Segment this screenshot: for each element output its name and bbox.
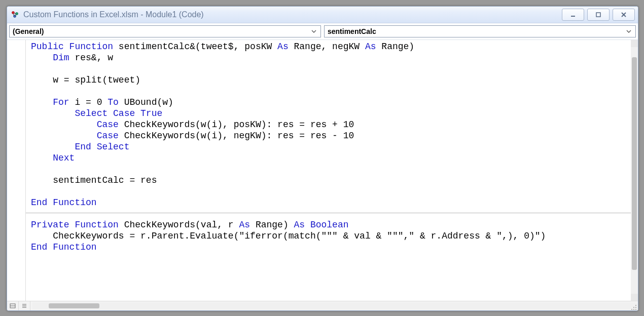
code-pane-dropdowns: (General) sentimentCalc — [7, 23, 638, 40]
scroll-up-button[interactable] — [631, 40, 638, 47]
svg-rect-4 — [596, 13, 600, 17]
window-titlebar[interactable]: Custom Functions in Excel.xlsm - Module1… — [7, 7, 638, 23]
close-button[interactable] — [613, 9, 635, 21]
procedure-dropdown-label: sentimentCalc — [328, 27, 624, 35]
margin-indicator-bar[interactable] — [7, 40, 26, 301]
full-module-view-button[interactable] — [19, 301, 30, 310]
svg-point-14 — [633, 307, 634, 308]
svg-point-16 — [633, 309, 634, 310]
scroll-down-button[interactable] — [631, 294, 638, 301]
scroll-track[interactable] — [631, 47, 638, 294]
maximize-button[interactable] — [587, 9, 610, 21]
vba-code-window: Custom Functions in Excel.xlsm - Module1… — [7, 6, 638, 311]
chevron-down-icon — [624, 27, 633, 36]
window-controls — [562, 9, 635, 21]
minimize-button[interactable] — [562, 9, 584, 21]
scroll-thumb[interactable] — [632, 57, 637, 270]
procedure-separator — [26, 213, 631, 213]
object-dropdown-label: (General) — [13, 27, 309, 35]
procedure-view-button[interactable] — [7, 301, 19, 310]
resize-grip-icon[interactable] — [631, 303, 637, 309]
code-pane-footer — [7, 301, 638, 310]
svg-point-17 — [631, 309, 632, 310]
object-dropdown[interactable]: (General) — [9, 25, 321, 37]
procedure-dropdown[interactable]: sentimentCalc — [324, 25, 636, 37]
horizontal-scroll-thumb[interactable] — [49, 303, 99, 308]
svg-point-13 — [635, 307, 636, 308]
content-area: Public Function sentimentCalc&(tweet$, p… — [7, 40, 638, 310]
code-editor[interactable]: Public Function sentimentCalc&(tweet$, p… — [26, 40, 638, 301]
vba-module-icon — [10, 10, 20, 20]
code-region: Public Function sentimentCalc&(tweet$, p… — [7, 40, 638, 301]
window-title: Custom Functions in Excel.xlsm - Module1… — [23, 10, 562, 19]
svg-point-12 — [635, 305, 636, 306]
vertical-scrollbar[interactable] — [631, 40, 638, 301]
svg-point-15 — [635, 309, 636, 310]
horizontal-scrollbar[interactable] — [32, 302, 638, 309]
chevron-down-icon — [309, 27, 318, 36]
